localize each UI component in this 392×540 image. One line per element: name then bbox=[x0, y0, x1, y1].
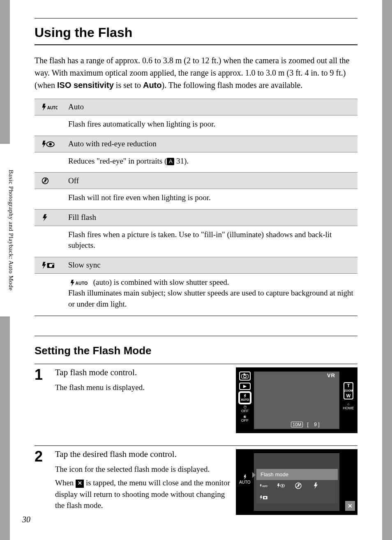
close-button-icon: ✕ bbox=[345, 501, 355, 511]
camera-screen-illustration: VR ▶ AUTO ⏱OFF ❀OFF bbox=[236, 367, 357, 433]
flash-slow-icon bbox=[41, 261, 58, 270]
step-title: Tap flash mode control. bbox=[55, 367, 231, 378]
mode-name: Auto with red-eye reduction bbox=[64, 136, 357, 152]
mode-desc: Flash fires automatically when lighting … bbox=[64, 115, 357, 136]
menu-title: Flash mode bbox=[256, 469, 338, 480]
step-text: When ✕ is tapped, the menu will close an… bbox=[55, 477, 231, 511]
svg-point-6 bbox=[49, 264, 52, 267]
svg-text:AUTO: AUTO bbox=[47, 106, 58, 110]
table-row: Slow sync bbox=[35, 257, 357, 273]
step-1: 1 Tap flash mode control. The flash menu… bbox=[35, 364, 357, 433]
close-icon: ✕ bbox=[76, 480, 84, 488]
mode-name: Fill flash bbox=[64, 209, 357, 226]
mode-desc: AUTO (auto) is combined with slow shutte… bbox=[64, 273, 357, 316]
flash-mode-control-icon: AUTO bbox=[239, 392, 251, 404]
svg-point-10 bbox=[244, 375, 246, 377]
macro-off-icon: ❀OFF bbox=[241, 415, 249, 422]
flash-fill-icon bbox=[41, 213, 58, 222]
flash-fill-option-icon bbox=[311, 482, 320, 489]
home-icon: ⌂HOME bbox=[343, 402, 354, 410]
table-row: Reduces "red-eye" in portraits (A 31). bbox=[35, 152, 357, 173]
side-tab-label: Basic Photography and Playback: Auto Mod… bbox=[7, 170, 14, 291]
side-tab: Basic Photography and Playback: Auto Mod… bbox=[0, 144, 21, 316]
page-ref-icon: A bbox=[167, 158, 174, 165]
flash-redeye-option-icon bbox=[277, 482, 285, 489]
zoom-control-icon: T ZOOM W bbox=[344, 382, 353, 399]
flash-mode-menu: Flash mode AUTO bbox=[256, 469, 338, 503]
flash-slow-option-icon bbox=[260, 494, 268, 501]
section-title: Setting the Flash Mode bbox=[35, 336, 357, 357]
flash-modes-table: AUTO Auto Flash fires automatically when… bbox=[35, 99, 357, 316]
step-2: 2 Tap the desired flash mode control. Th… bbox=[35, 445, 357, 515]
table-row: Auto with red-eye reduction bbox=[35, 136, 357, 152]
step-title: Tap the desired flash mode control. bbox=[55, 449, 231, 459]
mode-desc: Flash fires when a picture is taken. Use… bbox=[64, 226, 357, 257]
status-bar: 10M [ 9 ] bbox=[291, 422, 319, 427]
camera-mode-icon bbox=[239, 372, 251, 381]
flash-off-icon bbox=[41, 176, 58, 185]
self-timer-off-icon: ⏱OFF bbox=[241, 406, 249, 413]
svg-point-18 bbox=[264, 496, 266, 498]
flash-auto-icon: AUTO bbox=[41, 103, 58, 112]
mode-name: Off bbox=[64, 173, 357, 189]
intro-paragraph: The flash has a range of approx. 0.6 to … bbox=[35, 54, 357, 91]
table-row: AUTO (auto) is combined with slow shutte… bbox=[35, 273, 357, 316]
page-title: Using the Flash bbox=[35, 23, 357, 45]
table-row: Flash will not fire even when lighting i… bbox=[35, 189, 357, 210]
step-text: The icon for the selected flash mode is … bbox=[55, 464, 231, 475]
table-row: AUTO Auto bbox=[35, 99, 357, 115]
table-row: Flash fires when a picture is taken. Use… bbox=[35, 226, 357, 257]
svg-rect-7 bbox=[52, 263, 54, 265]
mode-desc: Flash will not fire even when lighting i… bbox=[64, 189, 357, 210]
table-row: Off bbox=[35, 173, 357, 189]
step-number: 2 bbox=[35, 449, 50, 464]
playback-icon: ▶ bbox=[239, 383, 251, 390]
svg-point-14 bbox=[282, 485, 284, 487]
step-number: 1 bbox=[35, 367, 50, 382]
flash-auto-side-icon: AUTO bbox=[239, 475, 251, 485]
mode-desc: Reduces "red-eye" in portraits (A 31). bbox=[64, 152, 357, 173]
svg-text:AUTO: AUTO bbox=[75, 281, 88, 286]
flash-redeye-icon bbox=[41, 140, 58, 149]
mode-name: Auto bbox=[64, 99, 357, 115]
svg-text:AUTO: AUTO bbox=[262, 485, 267, 487]
vr-icon: VR bbox=[327, 372, 335, 378]
step-text: The flash menu is displayed. bbox=[55, 382, 231, 393]
table-row: Fill flash bbox=[35, 209, 357, 226]
flash-menu-illustration: AUTO Flash mode AUTO bbox=[236, 449, 357, 515]
mode-name: Slow sync bbox=[64, 257, 357, 273]
svg-point-2 bbox=[49, 143, 52, 145]
flash-off-option-icon bbox=[294, 482, 302, 489]
svg-rect-11 bbox=[243, 373, 245, 374]
flash-auto-icon: AUTO bbox=[68, 279, 91, 287]
flash-auto-option-icon: AUTO bbox=[260, 482, 268, 489]
table-row: Flash fires automatically when lighting … bbox=[35, 115, 357, 136]
page-number: 30 bbox=[22, 515, 30, 524]
